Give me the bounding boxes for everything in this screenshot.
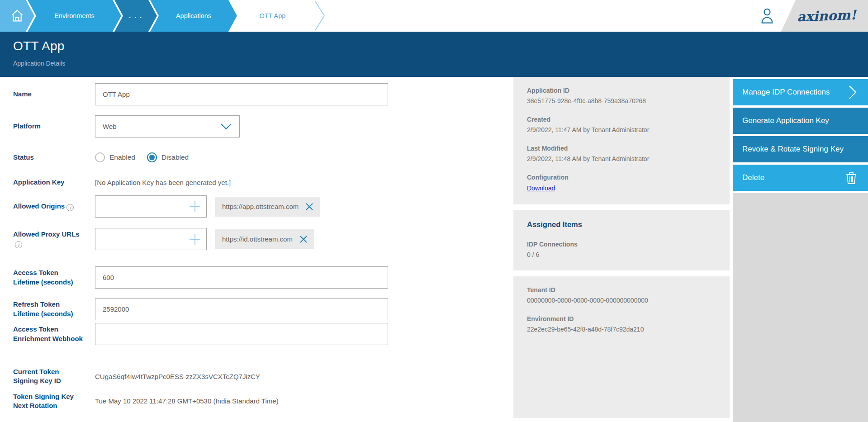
download-configuration-link[interactable]: Download (527, 185, 555, 192)
configuration-group: Configuration Download (527, 174, 721, 192)
platform-select[interactable]: Web (95, 115, 240, 138)
current-signing-key-row: Current Token Signing Key ID CUgaS6qf4Iw… (13, 367, 513, 386)
allowed-origins-label: Allowed Originsi (13, 202, 95, 211)
home-icon (10, 9, 24, 23)
webhook-row: Access Token Enrichment Webhook (13, 323, 513, 345)
refresh-token-lifetime-label: Refresh Token Lifetime (seconds) (13, 300, 95, 318)
platform-row: Platform Web (13, 115, 513, 138)
last-modified-group: Last Modified 2/9/2022, 11:48 AM by Tena… (527, 145, 721, 162)
application-key-label: Application Key (13, 178, 95, 187)
add-origin-button[interactable] (188, 200, 202, 213)
webhook-input[interactable] (95, 323, 388, 345)
breadcrumb-applications[interactable]: Applications (150, 0, 237, 32)
manage-idp-connections-button[interactable]: Manage IDP Connections (733, 79, 868, 108)
application-id-group: Application ID 38e51775-928e-4f0c-a8b8-7… (527, 87, 721, 104)
trash-icon (845, 171, 857, 185)
access-token-lifetime-label: Access Token Lifetime (seconds) (13, 268, 95, 287)
allowed-origins-input[interactable] (95, 196, 188, 217)
breadcrumb-label: Applications (176, 12, 211, 19)
platform-selected-value: Web (103, 123, 117, 130)
info-icon[interactable]: i (15, 241, 22, 248)
info-icon[interactable]: i (66, 204, 74, 211)
remove-proxy-url-button[interactable] (300, 236, 307, 243)
action-label: Manage IDP Connections (742, 88, 830, 97)
page-subtitle: Application Details (13, 60, 868, 67)
action-label: Generate Application Key (742, 116, 829, 125)
application-key-value: [No Application Key has been generated y… (95, 179, 231, 186)
breadcrumb-ott-app-current: OTT App (230, 0, 315, 32)
proxy-url-chip: https://id.ottstream.com (215, 229, 314, 249)
chevron-down-icon (220, 123, 232, 130)
proxy-url-chip-text: https://id.ottstream.com (222, 235, 293, 243)
chevron-right-icon (848, 85, 857, 100)
breadcrumb-end-chevron-icon (314, 0, 326, 32)
status-radio-enabled[interactable]: Enabled (95, 152, 135, 162)
current-signing-key-label: Current Token Signing Key ID (13, 367, 95, 386)
actions-panel: Manage IDP Connections Generate Applicat… (733, 77, 868, 422)
user-account-button[interactable] (753, 0, 781, 32)
remove-origin-button[interactable] (306, 203, 313, 210)
tenant-id-label: Tenant ID (527, 286, 721, 294)
tenant-id-group: Tenant ID 00000000-0000-0000-0000-000000… (527, 286, 721, 304)
refresh-token-lifetime-row: Refresh Token Lifetime (seconds) (13, 298, 513, 320)
allowed-origins-label-text: Allowed Origins (13, 202, 65, 210)
breadcrumb-environments[interactable]: Environments (28, 0, 121, 32)
delete-button[interactable]: Delete (733, 165, 868, 193)
origin-chip-text: https://app.ottstream.com (222, 203, 299, 210)
status-label: Status (13, 153, 95, 162)
generate-application-key-button[interactable]: Generate Application Key (733, 108, 868, 136)
platform-label: Platform (13, 122, 95, 131)
created-value: 2/9/2022, 11:47 AM by Tenant Administrat… (527, 126, 721, 133)
topbar-right: axinom! (753, 0, 868, 32)
breadcrumb-home[interactable] (0, 0, 34, 32)
allowed-proxy-urls-label: Allowed Proxy URLsi (13, 230, 95, 248)
status-row: Status Enabled Disabled (13, 147, 513, 167)
configuration-label: Configuration (527, 174, 721, 181)
assigned-items-title: Assigned Items (527, 220, 721, 229)
page-header: OTT App Application Details (0, 32, 868, 77)
allowed-proxy-urls-add-field (95, 228, 207, 250)
add-proxy-url-button[interactable] (188, 232, 202, 246)
allowed-origins-row: Allowed Originsi https://app.ottstream.c… (13, 195, 513, 218)
action-label: Revoke & Rotate Signing Key (742, 145, 844, 154)
status-radio-disabled[interactable]: Disabled (147, 152, 189, 162)
idp-connections-group: IDP Connections 0 / 6 (527, 241, 721, 258)
breadcrumb-label: OTT App (260, 12, 286, 19)
name-row: Name (13, 83, 513, 105)
application-id-value: 38e51775-928e-4f0c-a8b8-759a38a70268 (527, 97, 721, 104)
close-icon (300, 236, 307, 243)
last-modified-value: 2/9/2022, 11:48 AM by Tenant Administrat… (527, 155, 721, 162)
page-title: OTT App (13, 39, 868, 53)
breadcrumb-label: . . . (129, 12, 142, 19)
top-navigation-bar: Environments . . . Applications OTT App (0, 0, 868, 32)
breadcrumb: Environments . . . Applications OTT App (0, 0, 326, 32)
metadata-panel: Application ID 38e51775-928e-4f0c-a8b8-7… (513, 77, 730, 422)
application-meta-section: Application ID 38e51775-928e-4f0c-a8b8-7… (513, 77, 730, 204)
close-icon (306, 203, 313, 210)
tenant-section: Tenant ID 00000000-0000-0000-0000-000000… (513, 276, 730, 418)
section-separator (13, 358, 407, 358)
application-id-label: Application ID (527, 87, 721, 94)
refresh-token-lifetime-input[interactable] (95, 298, 388, 320)
application-details-page: Environments . . . Applications OTT App (0, 0, 868, 422)
revoke-rotate-signing-key-button[interactable]: Revoke & Rotate Signing Key (733, 136, 868, 165)
access-token-lifetime-input[interactable] (95, 266, 388, 289)
radio-circle-icon (95, 152, 105, 162)
radio-label: Enabled (109, 153, 135, 161)
action-label: Delete (742, 173, 764, 182)
allowed-origins-add-field (95, 195, 207, 218)
current-signing-key-value: CUgaS6qf4Iw4tTwzpPc0ESS-zzZX3sVCXTcZQ7Ji… (95, 373, 260, 380)
access-token-lifetime-row: Access Token Lifetime (seconds) (13, 266, 513, 289)
radio-circle-icon (147, 152, 157, 162)
allowed-proxy-urls-row: Allowed Proxy URLsi https://id.ottstream… (13, 228, 513, 250)
plus-icon (189, 201, 201, 213)
radio-label: Disabled (161, 153, 189, 161)
content-area: Name Platform Web Status Enabled (0, 77, 868, 422)
axinom-logo: axinom! (797, 7, 856, 25)
user-icon (759, 7, 775, 25)
name-input[interactable] (95, 83, 388, 105)
allowed-proxy-urls-label-text: Allowed Proxy URLs (13, 230, 80, 238)
tenant-id-value: 00000000-0000-0000-0000-000000000000 (527, 297, 721, 304)
allowed-proxy-urls-input[interactable] (95, 228, 188, 250)
plus-icon (189, 233, 201, 245)
